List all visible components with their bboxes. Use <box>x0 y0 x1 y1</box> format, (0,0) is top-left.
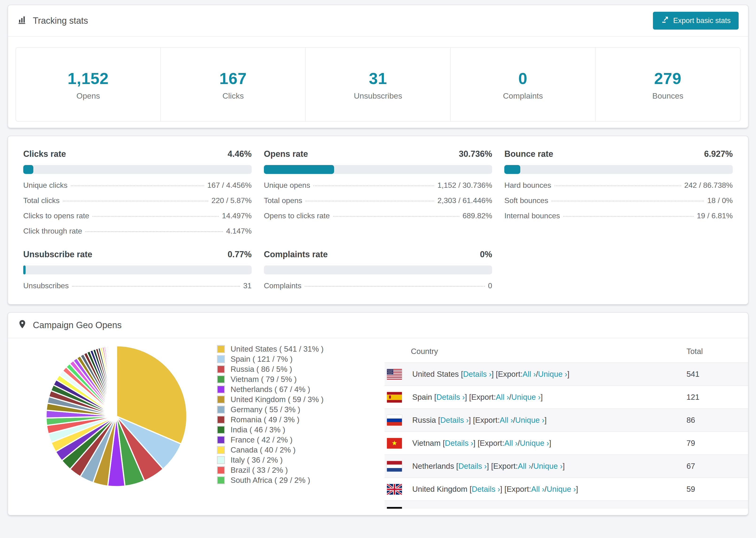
ru-flag-icon <box>387 415 402 426</box>
export-prefix: ] [Export: <box>491 370 522 379</box>
slash-separator: / <box>536 370 538 379</box>
export-all-link[interactable]: All › <box>496 393 509 402</box>
slash-separator: / <box>509 393 512 402</box>
stat-label: Bounces <box>598 91 738 100</box>
rate-rows: Unique clicks167 / 4.456%Total clicks220… <box>23 181 252 236</box>
details-link[interactable]: Details › <box>472 485 500 494</box>
column-header-country: Country <box>385 347 438 356</box>
details-link[interactable]: Details › <box>440 416 469 425</box>
details-link[interactable]: Details › <box>463 370 491 379</box>
legend-item-italy: Italy ( 36 / 2% ) <box>217 455 327 465</box>
dotted-leader <box>563 216 693 217</box>
export-all-link[interactable]: All › <box>504 439 518 448</box>
close-bracket: ] <box>553 508 555 509</box>
export-all-link[interactable]: All › <box>531 485 544 494</box>
rate-stat-label: Soft bounces <box>504 196 548 205</box>
details-link[interactable]: Details › <box>458 462 487 471</box>
rates-grid: Clicks rate4.46%Unique clicks167 / 4.456… <box>8 136 748 304</box>
export-prefix: ] [Export: <box>500 485 531 494</box>
details-link[interactable]: Details › <box>436 393 465 402</box>
rate-stat-label: Unique opens <box>264 181 310 190</box>
legend-swatch <box>217 466 225 474</box>
export-all-link[interactable]: All › <box>518 462 531 471</box>
legend-item-south-africa: South Africa ( 29 / 2% ) <box>217 475 327 485</box>
rate-stat-label: Hard bounces <box>504 181 551 190</box>
country-total: 79 <box>686 439 748 448</box>
export-unique-link[interactable]: Unique › <box>523 508 553 509</box>
rate-stat-value: 4.147% <box>226 227 252 236</box>
rate-rows: Complaints0 <box>264 282 492 290</box>
legend-label: Spain ( 121 / 7% ) <box>231 355 293 364</box>
rate-stat-row: Click through rate4.147% <box>23 227 252 236</box>
export-unique-link[interactable]: Unique › <box>512 393 541 402</box>
close-bracket: ] <box>576 485 578 494</box>
geo-table-row-germany: Germany [Details ›] [Export: All › / Uni… <box>385 501 748 509</box>
legend-swatch <box>217 355 225 363</box>
page-title: Tracking stats <box>33 16 88 26</box>
rate-progress-fill <box>264 165 334 174</box>
details-link[interactable]: Details › <box>445 439 473 448</box>
rate-stat-row: Soft bounces18 / 0% <box>504 196 733 205</box>
rate-title: Unsubscribe rate <box>23 249 92 259</box>
tracking-stats-header: Tracking stats Export basic stats <box>8 5 748 37</box>
country-name: Germany [ <box>412 508 449 509</box>
rate-block-bounce-rate: Bounce rate6.927%Hard bounces242 / 86.73… <box>504 149 733 236</box>
summary-stats-row: 1,152Opens167Clicks31Unsubscribes0Compla… <box>16 47 740 122</box>
rate-stat-label: Total opens <box>264 196 302 205</box>
country-total: 67 <box>686 462 748 471</box>
legend-item-spain: Spain ( 121 / 7% ) <box>217 354 327 364</box>
rate-stat-value: 31 <box>243 282 252 290</box>
dotted-leader <box>72 286 240 287</box>
rate-stat-row: Hard bounces242 / 86.738% <box>504 181 733 190</box>
rate-stat-value: 14.497% <box>222 211 251 220</box>
geo-opens-header: Campaign Geo Opens <box>8 313 748 338</box>
legend-label: France ( 42 / 2% ) <box>231 435 293 444</box>
export-unique-link[interactable]: Unique › <box>520 439 549 448</box>
rate-stat-row: Unique opens1,152 / 30.736% <box>264 181 492 190</box>
export-all-link[interactable]: All › <box>500 416 513 425</box>
dashboard-page: Tracking stats Export basic stats 1,152O… <box>0 0 756 528</box>
rate-progress-fill <box>23 165 33 174</box>
rate-stat-row: Unsubscribes31 <box>23 282 252 290</box>
country-total: 121 <box>686 393 748 402</box>
legend-item-romania: Romania ( 49 / 3% ) <box>217 414 327 425</box>
rate-stat-row: Internal bounces19 / 6.81% <box>504 211 733 220</box>
rate-stat-label: Click through rate <box>23 227 82 236</box>
rate-progress-track <box>23 265 252 274</box>
geo-opens-card: Campaign Geo Opens United States ( 541 /… <box>8 312 748 515</box>
geo-table-row-united-kingdom: United Kingdom [Details ›] [Export: All … <box>385 477 748 501</box>
export-unique-link[interactable]: Unique › <box>515 416 544 425</box>
export-unique-link[interactable]: Unique › <box>533 462 563 471</box>
geo-pie-legend: United States ( 541 / 31% )Spain ( 121 /… <box>217 340 327 485</box>
export-all-link[interactable]: All › <box>508 508 521 509</box>
country-cell: United States [Details ›] [Export: All ›… <box>385 369 569 380</box>
rate-stat-row: Unique clicks167 / 4.456% <box>23 181 252 190</box>
geo-table-rows: United States [Details ›] [Export: All ›… <box>385 362 748 509</box>
summary-stat-unsubscribes: 31Unsubscribes <box>305 47 451 122</box>
legend-swatch <box>217 385 225 394</box>
dotted-leader <box>333 216 459 217</box>
legend-swatch <box>217 365 225 373</box>
export-basic-stats-button[interactable]: Export basic stats <box>653 12 739 29</box>
close-bracket: ] <box>563 462 565 471</box>
close-bracket: ] <box>549 439 551 448</box>
details-link[interactable]: Details › <box>449 508 477 509</box>
export-unique-link[interactable]: Unique › <box>547 485 576 494</box>
rate-block-opens-rate: Opens rate30.736%Unique opens1,152 / 30.… <box>264 149 492 236</box>
export-unique-link[interactable]: Unique › <box>538 370 567 379</box>
dotted-leader <box>71 186 204 186</box>
es-flag-icon <box>387 392 402 403</box>
legend-swatch <box>217 416 225 424</box>
country-cell: Vietnam [Details ›] [Export: All › / Uni… <box>385 438 551 449</box>
rate-stat-value: 0 <box>488 282 492 290</box>
country-cell: Russia [Details ›] [Export: All › / Uniq… <box>385 415 547 426</box>
pie-slice <box>116 346 117 416</box>
rate-stat-value: 689.82% <box>462 211 492 220</box>
country-cell: Germany [Details ›] [Export: All › / Uni… <box>385 507 555 509</box>
legend-label: Brazil ( 33 / 2% ) <box>231 466 288 475</box>
export-all-link[interactable]: All › <box>523 370 536 379</box>
de-flag-icon <box>387 507 402 509</box>
country-name: Vietnam [ <box>412 439 445 448</box>
rate-rows: Unique opens1,152 / 30.736%Total opens2,… <box>264 181 492 220</box>
export-prefix: ] [Export: <box>487 462 518 471</box>
